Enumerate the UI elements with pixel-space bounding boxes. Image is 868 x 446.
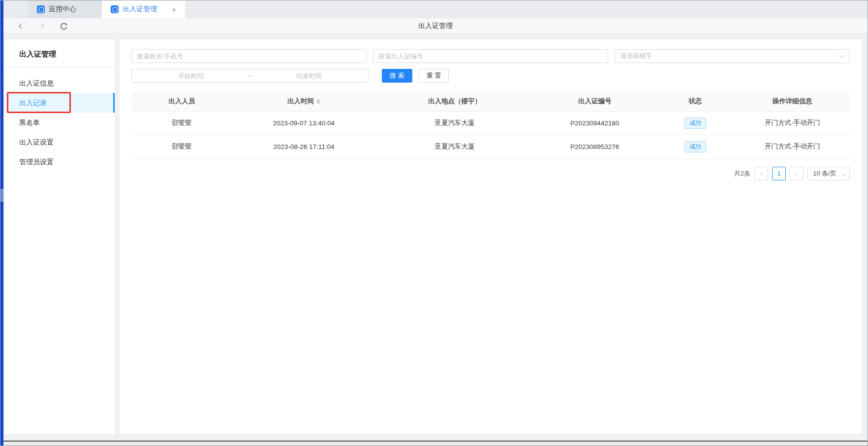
col-time: 出入时间 xyxy=(232,91,375,111)
filter-row-1: 请选择楼宇 xyxy=(131,49,850,63)
search-button[interactable]: 搜 索 xyxy=(382,69,412,83)
search-name-input[interactable] xyxy=(131,49,367,63)
sidebar-item-label: 黑名单 xyxy=(19,119,40,126)
close-icon[interactable]: × xyxy=(172,6,176,13)
search-pass-number-input[interactable] xyxy=(373,49,608,63)
cell-person: 邵莹莹 xyxy=(131,135,232,158)
cell-person: 邵莹莹 xyxy=(131,111,232,135)
back-icon[interactable] xyxy=(16,22,25,30)
building-select[interactable]: 请选择楼宇 xyxy=(615,49,850,63)
main-panel: 请选择楼宇 ~ 搜 索 重 置 xyxy=(120,40,862,434)
page-size-label: 10 条/页 xyxy=(813,169,837,178)
page-title: 出入证管理 xyxy=(3,22,868,30)
pass-management-icon xyxy=(111,5,119,13)
navigation-bar: 出入证管理 xyxy=(3,18,868,34)
tab-label: 应用中心 xyxy=(49,5,76,14)
sidebar-item-admin-settings[interactable]: 管理员设置 xyxy=(4,152,115,172)
status-badge: 成功 xyxy=(684,141,706,152)
table-row: 邵莹莹 2023-08-26 17:11:04 亚夏汽车大厦 P20230895… xyxy=(131,135,850,158)
content-area: 出入证管理 出入证信息 出入记录 黑名单 出入证设置 管理员设置 xyxy=(3,34,868,441)
table-row: 邵莹莹 2023-09-07 13:40:04 亚夏汽车大厦 P20230944… xyxy=(131,111,850,135)
tab-bar: 应用中心 出入证管理 × xyxy=(3,0,868,18)
app-window: 应用中心 出入证管理 × 出入证管理 出入证管理 出入证信息 xyxy=(0,0,868,446)
next-page-button[interactable]: › xyxy=(790,167,804,180)
prev-page-button[interactable]: ‹ xyxy=(754,167,768,180)
sidebar-nav: 出入证信息 出入记录 黑名单 出入证设置 管理员设置 xyxy=(4,67,115,172)
cell-location: 亚夏汽车大厦 xyxy=(375,135,533,158)
sidebar: 出入证管理 出入证信息 出入记录 黑名单 出入证设置 管理员设置 xyxy=(4,40,115,434)
total-count: 共2条 xyxy=(734,169,750,178)
chevron-down-icon xyxy=(840,53,845,58)
col-person: 出入人员 xyxy=(131,91,232,111)
scrollbar-thumb[interactable] xyxy=(0,189,3,202)
sidebar-item-label: 管理员设置 xyxy=(19,158,54,166)
sidebar-item-label: 出入记录 xyxy=(19,99,47,107)
cell-detail: 开门方式-手动开门 xyxy=(735,135,850,158)
col-location: 出入地点（楼宇） xyxy=(375,91,533,111)
sidebar-item-pass-settings[interactable]: 出入证设置 xyxy=(4,132,115,152)
sidebar-item-label: 出入证设置 xyxy=(19,138,54,146)
forward-icon[interactable] xyxy=(38,22,47,30)
table-header-row: 出入人员 出入时间 出入地点（楼宇） 出入证编号 状态 操作详细信息 xyxy=(131,91,850,111)
sidebar-item-label: 出入证信息 xyxy=(19,79,54,87)
cell-status: 成功 xyxy=(656,111,735,135)
page-size-select[interactable]: 10 条/页 xyxy=(807,167,850,180)
reset-button[interactable]: 重 置 xyxy=(419,69,449,83)
date-range-picker[interactable]: ~ xyxy=(131,69,369,83)
records-table: 出入人员 出入时间 出入地点（楼宇） 出入证编号 状态 操作详细信息 邵莹莹 2… xyxy=(131,91,850,159)
col-status: 状态 xyxy=(656,91,735,111)
cell-time: 2023-08-26 17:11:04 xyxy=(232,135,375,158)
sort-icon[interactable] xyxy=(316,99,320,104)
window-bottom-edge xyxy=(0,441,868,446)
sidebar-title: 出入证管理 xyxy=(4,40,115,67)
filter-row-2: ~ 搜 索 重 置 xyxy=(131,69,850,83)
app-center-icon xyxy=(37,5,45,13)
cell-pass-number: P202309442180 xyxy=(534,111,656,135)
status-badge: 成功 xyxy=(684,118,706,129)
refresh-icon[interactable] xyxy=(60,22,68,30)
tab-label: 出入证管理 xyxy=(123,5,157,14)
sidebar-item-pass-info[interactable]: 出入证信息 xyxy=(4,73,115,93)
cell-location: 亚夏汽车大厦 xyxy=(375,111,533,135)
left-accent-bar xyxy=(0,0,3,446)
cell-time: 2023-09-07 13:40:04 xyxy=(232,111,375,135)
sidebar-item-blacklist[interactable]: 黑名单 xyxy=(4,113,115,132)
cell-detail: 开门方式-手动开门 xyxy=(735,111,850,135)
start-time-input[interactable] xyxy=(137,70,245,82)
col-detail: 操作详细信息 xyxy=(735,91,850,111)
chevron-down-icon xyxy=(841,171,846,176)
cell-pass-number: P202308953276 xyxy=(534,135,656,158)
tab-app-center[interactable]: 应用中心 xyxy=(28,0,102,18)
pagination: 共2条 ‹ 1 › 10 条/页 xyxy=(131,167,850,180)
end-time-input[interactable] xyxy=(255,70,363,82)
sidebar-item-access-records[interactable]: 出入记录 xyxy=(4,93,115,113)
col-pass-number: 出入证编号 xyxy=(534,91,656,111)
page-number-button[interactable]: 1 xyxy=(772,167,786,180)
building-select-placeholder: 请选择楼宇 xyxy=(620,52,652,60)
cell-status: 成功 xyxy=(656,135,735,158)
range-separator: ~ xyxy=(245,72,255,80)
tab-pass-management[interactable]: 出入证管理 × xyxy=(102,0,185,18)
